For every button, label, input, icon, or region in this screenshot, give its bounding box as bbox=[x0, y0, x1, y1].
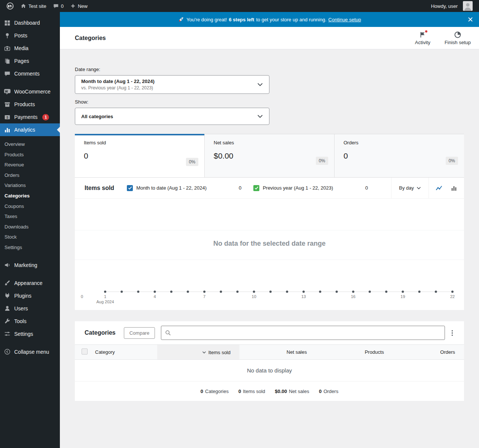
stat-delta-badge: 0% bbox=[186, 158, 198, 166]
select-all-checkbox[interactable] bbox=[75, 345, 92, 360]
sidebar-item-posts[interactable]: Posts bbox=[0, 29, 60, 42]
sidebar-item-tools[interactable]: Tools bbox=[0, 315, 60, 328]
empty-row: No data to display bbox=[75, 360, 464, 381]
search-input[interactable] bbox=[174, 330, 441, 336]
chart-body: No data for the selected date range 1471… bbox=[75, 199, 464, 310]
comments-shortcut[interactable]: 0 bbox=[50, 0, 67, 12]
stat-label: Items sold bbox=[84, 140, 195, 145]
legend-label: Previous year (Aug 1 - 22, 2023) bbox=[263, 185, 333, 191]
camera-icon bbox=[3, 45, 11, 52]
category-filter-select[interactable]: All categories bbox=[75, 108, 269, 125]
table-title: Categories bbox=[85, 329, 116, 336]
sidebar-item-media[interactable]: Media bbox=[0, 42, 60, 55]
stat-value: 0 bbox=[344, 151, 455, 160]
legend-count: 0 bbox=[365, 185, 368, 191]
banner-steps-left: 6 steps left bbox=[229, 17, 254, 22]
sidebar-item-pages[interactable]: Pages bbox=[0, 55, 60, 67]
sidebar-item-settings[interactable]: Settings bbox=[0, 328, 60, 340]
date-range-select[interactable]: Month to date (Aug 1 - 22, 2024) vs. Pre… bbox=[75, 75, 269, 94]
summary-label: Items sold bbox=[243, 389, 265, 394]
close-banner-button[interactable] bbox=[468, 17, 473, 22]
comment-bubble-icon bbox=[3, 70, 11, 77]
legend-label: Month to date (Aug 1 - 22, 2024) bbox=[136, 185, 207, 191]
submenu-item-categories[interactable]: Categories bbox=[0, 191, 60, 201]
stat-delta-badge: 0% bbox=[446, 157, 458, 165]
submenu-item-taxes[interactable]: Taxes bbox=[0, 211, 60, 222]
compare-button[interactable]: Compare bbox=[124, 327, 155, 339]
stat-tab-net-sales[interactable]: Net sales $0.00 0% bbox=[204, 134, 334, 177]
dashboard-icon bbox=[3, 19, 11, 27]
sidebar-item-comments[interactable]: Comments bbox=[0, 67, 60, 80]
submenu-item-orders[interactable]: Orders bbox=[0, 170, 60, 181]
sidebar-item-analytics[interactable]: Analytics bbox=[0, 123, 60, 136]
x-axis-tick: 16 bbox=[351, 294, 356, 299]
wordpress-logo[interactable] bbox=[3, 0, 17, 12]
paintbrush-icon bbox=[3, 279, 11, 287]
column-header-category[interactable]: Category bbox=[92, 345, 157, 360]
woocommerce-icon bbox=[3, 88, 11, 95]
stat-tab-items-sold[interactable]: Items sold 0 0% bbox=[75, 134, 204, 177]
page-title: Categories bbox=[75, 35, 106, 42]
table-empty-message: No data to display bbox=[75, 360, 464, 381]
sidebar-separator bbox=[0, 340, 60, 346]
legend-current-period[interactable]: Month to date (Aug 1 - 22, 2024) 0 bbox=[127, 185, 241, 191]
column-header-orders[interactable]: Orders bbox=[393, 345, 464, 360]
summary-value: 0 bbox=[319, 389, 321, 394]
stat-label: Orders bbox=[344, 140, 455, 145]
summary-value: $0.00 bbox=[275, 389, 287, 394]
table-search[interactable] bbox=[161, 326, 445, 340]
sidebar-item-products[interactable]: Products bbox=[0, 98, 60, 111]
sidebar-item-label: Dashboard bbox=[14, 20, 40, 26]
activity-button[interactable]: Activity bbox=[413, 30, 433, 47]
submenu-item-products[interactable]: Products bbox=[0, 150, 60, 160]
submenu-item-overview[interactable]: Overview bbox=[0, 139, 60, 150]
submenu-item-downloads[interactable]: Downloads bbox=[0, 222, 60, 232]
table-menu-button[interactable] bbox=[449, 327, 455, 339]
finish-setup-button[interactable]: Finish setup bbox=[442, 30, 473, 47]
sidebar-item-dashboard[interactable]: Dashboard bbox=[0, 16, 60, 29]
interval-select[interactable]: By day bbox=[391, 178, 428, 198]
banner-message-prefix: You're doing great! bbox=[186, 17, 227, 22]
summary-value: 0 bbox=[238, 389, 241, 394]
summary-items-sold: 0 Items sold bbox=[238, 389, 265, 394]
chart-controls: By day bbox=[391, 178, 464, 198]
account-menu[interactable]: Howdy, user bbox=[428, 0, 476, 12]
date-range-label: Date range: bbox=[75, 67, 464, 72]
site-name-link[interactable]: Test site bbox=[17, 0, 50, 12]
sidebar-item-marketing[interactable]: Marketing bbox=[0, 259, 60, 271]
submenu-item-variations[interactable]: Variations bbox=[0, 180, 60, 191]
line-chart-icon[interactable] bbox=[433, 182, 445, 194]
bar-chart-icon[interactable] bbox=[448, 182, 460, 194]
stat-tab-orders[interactable]: Orders 0 0% bbox=[334, 134, 464, 177]
sidebar-item-plugins[interactable]: Plugins bbox=[0, 289, 60, 302]
sidebar-item-users[interactable]: Users bbox=[0, 302, 60, 315]
summary-label: Categories bbox=[205, 389, 229, 394]
sliders-icon bbox=[3, 330, 11, 338]
sort-desc-icon bbox=[202, 351, 206, 354]
table-summary: 0 Categories 0 Items sold $0.00 Net sale… bbox=[75, 381, 464, 401]
new-content-button[interactable]: New bbox=[67, 0, 91, 12]
date-range-value: Month to date (Aug 1 - 22, 2024) bbox=[81, 79, 155, 84]
sidebar-item-label: Tools bbox=[14, 318, 27, 324]
column-header-products[interactable]: Products bbox=[316, 345, 393, 360]
column-header-net-sales[interactable]: Net sales bbox=[240, 345, 316, 360]
continue-setup-link[interactable]: Continue setup bbox=[328, 17, 361, 22]
x-axis-ticks: 1471013161922 bbox=[75, 294, 464, 300]
submenu-item-stock[interactable]: Stock bbox=[0, 232, 60, 242]
x-axis-tick: 7 bbox=[203, 294, 205, 299]
sidebar-collapse-menu[interactable]: Collapse menu bbox=[0, 346, 60, 358]
sidebar-item-woocommerce[interactable]: WooCommerce bbox=[0, 85, 60, 98]
finish-setup-label: Finish setup bbox=[445, 40, 471, 45]
sidebar-separator bbox=[0, 271, 60, 277]
sidebar-item-appearance[interactable]: Appearance bbox=[0, 277, 60, 289]
sidebar-item-label: Payments bbox=[14, 114, 37, 120]
submenu-item-coupons[interactable]: Coupons bbox=[0, 201, 60, 212]
column-header-items-sold[interactable]: Items sold bbox=[157, 345, 240, 360]
submenu-item-revenue[interactable]: Revenue bbox=[0, 160, 60, 170]
setup-progress-icon bbox=[454, 31, 461, 39]
sidebar-item-payments[interactable]: $ Payments 1 bbox=[0, 111, 60, 123]
summary-orders: 0 Orders bbox=[319, 389, 338, 394]
legend-previous-period[interactable]: Previous year (Aug 1 - 22, 2023) 0 bbox=[253, 185, 368, 191]
submenu-item-settings[interactable]: Settings bbox=[0, 242, 60, 253]
close-icon bbox=[468, 17, 473, 22]
